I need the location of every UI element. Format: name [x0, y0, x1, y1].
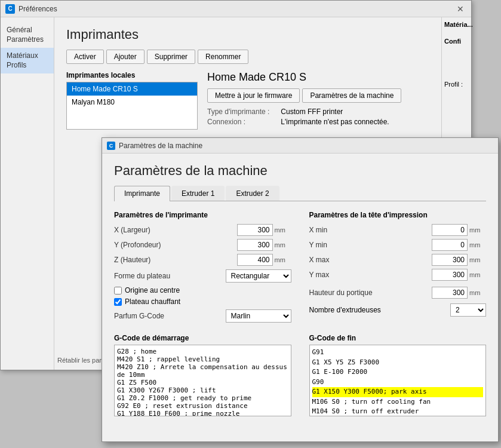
- y-profondeur-unit: mm: [275, 241, 291, 248]
- printer-section: Imprimantes locales Home Made CR10 S Mal…: [66, 71, 459, 130]
- xmin-label: X min: [309, 226, 432, 234]
- z-hauteur-label: Z (Hauteur): [114, 256, 237, 264]
- parfum-gcode-select[interactable]: Marlin: [226, 309, 291, 323]
- plateau-chauffant-checkbox[interactable]: [114, 298, 122, 306]
- gcode-end-line-0: G91: [312, 348, 484, 358]
- forme-plateau-select[interactable]: Rectangular: [226, 269, 291, 283]
- z-hauteur-row: Z (Hauteur) mm: [114, 254, 291, 266]
- sidebar-item-general[interactable]: Général Paramètres: [1, 22, 54, 48]
- ajouter-button[interactable]: Ajouter: [106, 50, 145, 64]
- xmax-unit: mm: [469, 256, 486, 263]
- ymax-row: Y max mm: [309, 269, 487, 281]
- ymin-label: Y min: [309, 241, 432, 249]
- activer-button[interactable]: Activer: [66, 50, 104, 64]
- firmware-button[interactable]: Mettre à jour le firmware: [207, 88, 300, 103]
- supprimer-button[interactable]: Supprimer: [147, 50, 195, 64]
- right-panel-materiaux: Matéria...: [444, 21, 469, 28]
- gcode-end-line-1: G1 X5 Y5 Z5 F3000: [312, 358, 484, 368]
- machine-dialog: C Paramètres de la machine Paramètres de…: [102, 137, 499, 442]
- gcode-end-line-2: G1 E-100 F2000: [312, 367, 484, 378]
- right-panel-confi: Confi: [444, 38, 469, 45]
- portique-input[interactable]: [432, 287, 468, 299]
- sidebar: Général Paramètres Matériaux Profils: [1, 17, 54, 370]
- tab-imprimante[interactable]: Imprimante: [114, 186, 170, 201]
- gcode-end-display[interactable]: G91 G1 X5 Y5 Z5 F3000 G1 E-100 F2000 G90…: [309, 345, 487, 416]
- printer-item-malyan[interactable]: Malyan M180: [67, 96, 197, 109]
- gcode-end-label: G-Code de fin: [309, 334, 487, 342]
- parfum-gcode-row: Parfum G-Code Marlin: [114, 309, 291, 323]
- machine-main-title: Paramètres de la machine: [114, 163, 486, 179]
- printer-connexion-label: Connexion :: [207, 118, 279, 126]
- xmax-label: X max: [309, 256, 432, 264]
- printer-list-box: Imprimantes locales Home Made CR10 S Mal…: [66, 71, 198, 130]
- printer-info-buttons: Mettre à jour le firmware Paramètres de …: [207, 88, 459, 103]
- printhead-params-title: Paramètres de la tête d'impression: [309, 211, 487, 219]
- printer-type-row: Type d'imprimante : Custom FFF printer: [207, 108, 459, 116]
- printer-info: Home Made CR10 S Mettre à jour le firmwa…: [207, 71, 459, 130]
- origine-centre-checkbox[interactable]: [114, 287, 122, 294]
- machine-dialog-title: Paramètres de la machine: [119, 142, 202, 150]
- sidebar-item-materiaux[interactable]: Matériaux Profils: [1, 48, 54, 73]
- portique-label: Hauteur du portique: [309, 289, 432, 297]
- xmax-input[interactable]: [432, 254, 468, 266]
- main-title: Imprimantes: [66, 27, 459, 42]
- printer-type-label: Type d'imprimante :: [207, 108, 279, 116]
- y-profondeur-label: Y (Profondeur): [114, 241, 237, 249]
- z-hauteur-unit: mm: [275, 256, 291, 263]
- gcode-end-line-6: M104 S0 ; turn off extruder: [312, 407, 484, 416]
- xmax-row: X max mm: [309, 254, 487, 266]
- extruder-count-label: Nombre d'extrudeuses: [309, 306, 446, 314]
- toolbar: Activer Ajouter Supprimer Renommer: [66, 50, 459, 64]
- xmin-input[interactable]: [432, 224, 468, 236]
- gcode-start-label: G-Code de démarrage: [114, 334, 291, 342]
- z-hauteur-input[interactable]: [237, 254, 273, 266]
- y-profondeur-input[interactable]: [237, 239, 273, 251]
- preferences-title: Préférences: [19, 5, 57, 13]
- x-largeur-row: X (Largeur) mm: [114, 224, 291, 236]
- printer-info-title: Home Made CR10 S: [207, 71, 459, 84]
- machine-title-bar: C Paramètres de la machine: [102, 138, 498, 154]
- parfum-gcode-label: Parfum G-Code: [114, 312, 226, 320]
- printer-params-title: Paramètres de l'imprimante: [114, 211, 291, 219]
- plateau-chauffant-row: Plateau chauffant: [114, 297, 291, 306]
- preferences-close-button[interactable]: ✕: [454, 3, 466, 15]
- preferences-title-bar: C Préférences ✕: [1, 1, 471, 17]
- tab-extruder2[interactable]: Extruder 2: [226, 186, 279, 201]
- gcode-end-line-5: M106 S0 ; turn off cooling fan: [312, 397, 484, 407]
- forme-plateau-row: Forme du plateau Rectangular: [114, 269, 291, 283]
- gcode-end-line-4: G1 X150 Y300 F5000; park axis: [312, 387, 484, 397]
- renommer-button[interactable]: Renommer: [198, 50, 248, 64]
- app-icon: C: [5, 4, 15, 14]
- gcode-section: G-Code de démarrage G28 ; home M420 S1 ;…: [114, 334, 486, 418]
- origine-centre-row: Origine au centre: [114, 286, 291, 294]
- printhead-params-col: Paramètres de la tête d'impression X min…: [309, 211, 487, 326]
- x-largeur-input[interactable]: [237, 224, 273, 236]
- printer-list-label: Imprimantes locales: [66, 71, 198, 79]
- x-largeur-unit: mm: [275, 226, 291, 234]
- printer-connexion-value: L'imprimante n'est pas connectée.: [281, 118, 389, 126]
- ymin-row: Y min mm: [309, 239, 487, 251]
- gcode-end-line-3: G90: [312, 378, 484, 388]
- gcode-grid: G-Code de démarrage G28 ; home M420 S1 ;…: [114, 334, 486, 418]
- extruder-count-select[interactable]: 2 1 3: [450, 303, 486, 317]
- printer-connexion-row: Connexion : L'imprimante n'est pas conne…: [207, 118, 459, 126]
- gcode-start-textarea[interactable]: G28 ; home M420 S1 ; rappel levelling M4…: [114, 345, 291, 416]
- portique-unit: mm: [469, 289, 486, 296]
- ymin-input[interactable]: [432, 239, 468, 251]
- x-largeur-label: X (Largeur): [114, 226, 237, 234]
- printer-item-cr10s[interactable]: Home Made CR10 S: [67, 82, 197, 96]
- tab-extruder1[interactable]: Extruder 1: [171, 186, 225, 201]
- machine-body: Paramètres de la machine Imprimante Extr…: [102, 154, 498, 428]
- ymin-unit: mm: [469, 241, 486, 248]
- xmin-row: X min mm: [309, 224, 487, 236]
- printer-params-col: Paramètres de l'imprimante X (Largeur) m…: [114, 211, 291, 326]
- tabs: Imprimante Extruder 1 Extruder 2: [114, 186, 486, 201]
- ymax-label: Y max: [309, 271, 432, 279]
- printer-type-value: Custom FFF printer: [281, 108, 343, 116]
- machine-params-button[interactable]: Paramètres de la machine: [302, 88, 401, 103]
- extruder-count-row: Nombre d'extrudeuses 2 1 3: [309, 303, 487, 317]
- title-bar-left: C Préférences: [5, 4, 57, 14]
- ymax-input[interactable]: [432, 269, 468, 281]
- machine-dialog-icon: C: [107, 142, 115, 150]
- y-profondeur-row: Y (Profondeur) mm: [114, 239, 291, 251]
